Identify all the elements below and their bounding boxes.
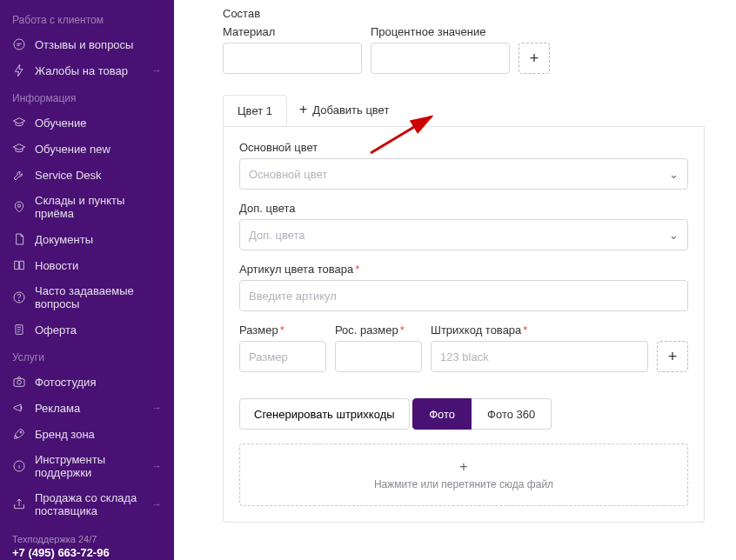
article-label: Артикул цвета товара*	[239, 263, 688, 276]
book-icon	[12, 258, 26, 272]
sidebar-item-label: Реклама	[35, 402, 143, 415]
sidebar-item-label: Склады и пункты приёма	[35, 194, 162, 220]
sidebar-item-offer[interactable]: Оферта	[0, 317, 174, 343]
sheet-icon	[12, 323, 26, 337]
sidebar-item-supplier-sales[interactable]: Продажа со склада поставщика →	[0, 485, 174, 523]
megaphone-icon	[12, 401, 26, 415]
pin-icon	[12, 200, 26, 214]
add-size-row-button[interactable]: +	[657, 341, 688, 372]
article-input[interactable]	[239, 280, 688, 311]
sidebar-item-label: Документы	[35, 233, 162, 246]
chevron-down-icon: ⌄	[669, 229, 679, 242]
svg-point-7	[20, 431, 22, 433]
percent-input[interactable]	[371, 43, 510, 74]
sidebar: Работа с клиентом Отзывы и вопросы Жалоб…	[0, 0, 174, 560]
main-color-select[interactable]: Основной цвет ⌄	[239, 158, 688, 190]
sidebar-footer: Техподдержка 24/7 +7 (495) 663-72-96	[0, 523, 174, 560]
sidebar-item-label: Инструменты поддержки	[35, 453, 143, 479]
sidebar-item-photostudio[interactable]: Фотостудия	[0, 369, 174, 395]
add-composition-button[interactable]: +	[519, 43, 550, 74]
sidebar-item-warehouses[interactable]: Склады и пункты приёма	[0, 188, 174, 226]
svg-point-1	[17, 204, 20, 207]
sidebar-item-documents[interactable]: Документы	[0, 226, 174, 252]
dropzone-text: Нажмите или перетяните сюда файл	[374, 478, 553, 490]
svg-point-0	[14, 39, 24, 50]
support-phone[interactable]: +7 (495) 663-72-96	[12, 546, 162, 559]
material-label: Материал	[223, 25, 362, 38]
size-input[interactable]	[239, 341, 326, 372]
sidebar-section-client: Работа с клиентом	[0, 5, 174, 31]
sidebar-item-label: Service Desk	[35, 169, 162, 182]
sidebar-item-brand-zone[interactable]: Бренд зона	[0, 421, 174, 447]
sidebar-item-label: Новости	[35, 259, 162, 272]
extra-colors-select[interactable]: Доп. цвета ⌄	[239, 219, 688, 250]
generate-barcodes-button[interactable]: Сгенерировать штрихкоды	[239, 398, 410, 430]
message-icon	[12, 37, 26, 51]
color-panel: Основной цвет Основной цвет ⌄ Доп. цвета…	[223, 127, 705, 523]
tab-photo-360[interactable]: Фото 360	[472, 398, 552, 430]
bolt-icon	[12, 63, 26, 77]
size-label: Размер*	[239, 323, 326, 337]
doc-icon	[12, 232, 26, 246]
ru-size-input[interactable]	[335, 341, 422, 372]
camera-icon	[12, 375, 26, 389]
add-color-label: Добавить цвет	[312, 103, 389, 117]
tab-photo[interactable]: Фото	[412, 398, 472, 430]
sidebar-section-services: Услуги	[0, 343, 174, 369]
barcode-input[interactable]	[431, 341, 648, 372]
photo-tabs: Фото Фото 360	[412, 398, 552, 430]
main-content: Состав Материал Процентное значение + Цв…	[174, 0, 736, 560]
graduation-icon	[12, 142, 26, 156]
chevron-right-icon: →	[151, 402, 162, 414]
add-color-tab[interactable]: + Добавить цвет	[287, 93, 401, 126]
sidebar-item-advertising[interactable]: Реклама →	[0, 395, 174, 421]
sidebar-item-support-tools[interactable]: Инструменты поддержки →	[0, 447, 174, 485]
plus-icon: +	[299, 102, 307, 117]
sidebar-item-reviews[interactable]: Отзывы и вопросы	[0, 31, 174, 57]
svg-point-6	[17, 380, 22, 384]
barcode-label: Штрихкод товара*	[431, 323, 648, 337]
sidebar-item-label: Обучение new	[35, 143, 162, 156]
extra-colors-placeholder: Доп. цвета	[249, 229, 305, 242]
color-tabs: Цвет 1 + Добавить цвет	[223, 93, 705, 127]
sidebar-item-label: Часто задаваемые вопросы	[35, 284, 162, 310]
sidebar-item-training[interactable]: Обучение	[0, 110, 174, 136]
sidebar-item-faq[interactable]: Часто задаваемые вопросы	[0, 278, 174, 317]
photo-dropzone[interactable]: + Нажмите или перетяните сюда файл	[239, 443, 688, 506]
info-icon	[12, 459, 26, 473]
sidebar-item-news[interactable]: Новости	[0, 252, 174, 278]
sidebar-item-label: Жалобы на товар	[35, 64, 143, 77]
sidebar-item-training-new[interactable]: Обучение new	[0, 136, 174, 162]
sidebar-item-label: Продажа со склада поставщика	[35, 491, 143, 517]
percent-label: Процентное значение	[371, 25, 510, 38]
sidebar-item-label: Оферта	[35, 323, 162, 337]
main-color-label: Основной цвет	[239, 141, 688, 154]
support-label: Техподдержка 24/7	[12, 534, 162, 544]
sidebar-item-complaints[interactable]: Жалобы на товар →	[0, 57, 174, 83]
sidebar-item-label: Отзывы и вопросы	[35, 38, 162, 51]
material-input[interactable]	[223, 43, 362, 74]
chevron-right-icon: →	[151, 498, 162, 510]
sidebar-section-info: Информация	[0, 83, 174, 110]
graduation-icon	[12, 116, 26, 130]
share-icon	[12, 497, 26, 511]
ru-size-label: Рос. размер*	[335, 323, 422, 337]
svg-point-3	[19, 300, 20, 301]
composition-title: Состав	[223, 7, 705, 20]
main-color-placeholder: Основной цвет	[249, 168, 327, 181]
sidebar-item-label: Фотостудия	[35, 376, 162, 389]
sidebar-item-label: Обучение	[35, 117, 162, 130]
chevron-down-icon: ⌄	[669, 168, 679, 181]
rocket-icon	[12, 427, 26, 441]
wrench-icon	[12, 168, 26, 182]
plus-icon: +	[459, 459, 467, 475]
tab-color-1[interactable]: Цвет 1	[223, 95, 287, 126]
extra-colors-label: Доп. цвета	[239, 202, 688, 215]
sidebar-item-label: Бренд зона	[35, 428, 162, 441]
help-icon	[12, 290, 26, 304]
chevron-right-icon: →	[151, 64, 162, 77]
sidebar-item-service-desk[interactable]: Service Desk	[0, 162, 174, 188]
chevron-right-icon: →	[151, 460, 162, 472]
